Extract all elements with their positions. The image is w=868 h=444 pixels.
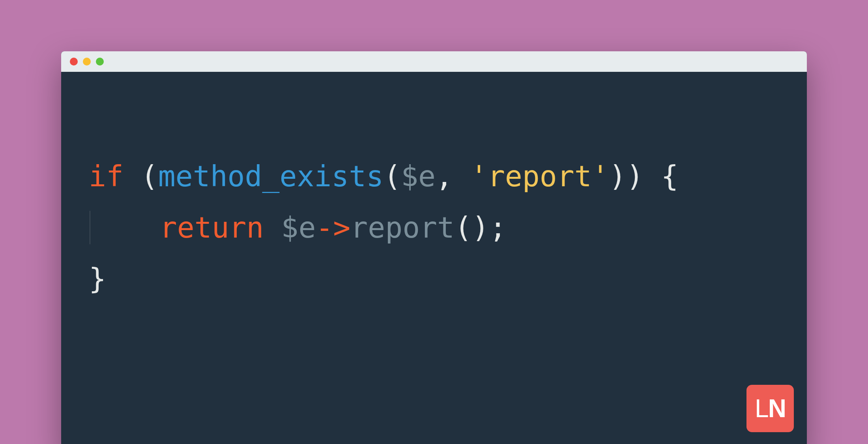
- logo-badge: LN: [746, 385, 794, 432]
- maximize-icon[interactable]: [96, 58, 104, 66]
- method-name: report: [350, 211, 455, 244]
- keyword-if: if: [89, 159, 123, 193]
- code-window: if (method_exists($e, 'report')) { retur…: [61, 51, 807, 444]
- minimize-icon[interactable]: [83, 58, 91, 66]
- code-editor: if (method_exists($e, 'report')) { retur…: [61, 72, 807, 305]
- code-line-3: }: [89, 253, 779, 305]
- arrow-operator: ->: [316, 211, 350, 244]
- function-name: method_exists: [158, 159, 383, 193]
- code-line-2: return $e->report();: [89, 202, 779, 253]
- code-line-1: if (method_exists($e, 'report')) {: [89, 151, 779, 202]
- string-literal: 'report': [470, 159, 609, 193]
- window-titlebar: [61, 51, 807, 72]
- logo-text: LN: [755, 394, 786, 423]
- close-icon[interactable]: [70, 58, 78, 66]
- variable: $e: [401, 159, 436, 193]
- variable: $e: [281, 211, 316, 244]
- keyword-return: return: [160, 211, 264, 244]
